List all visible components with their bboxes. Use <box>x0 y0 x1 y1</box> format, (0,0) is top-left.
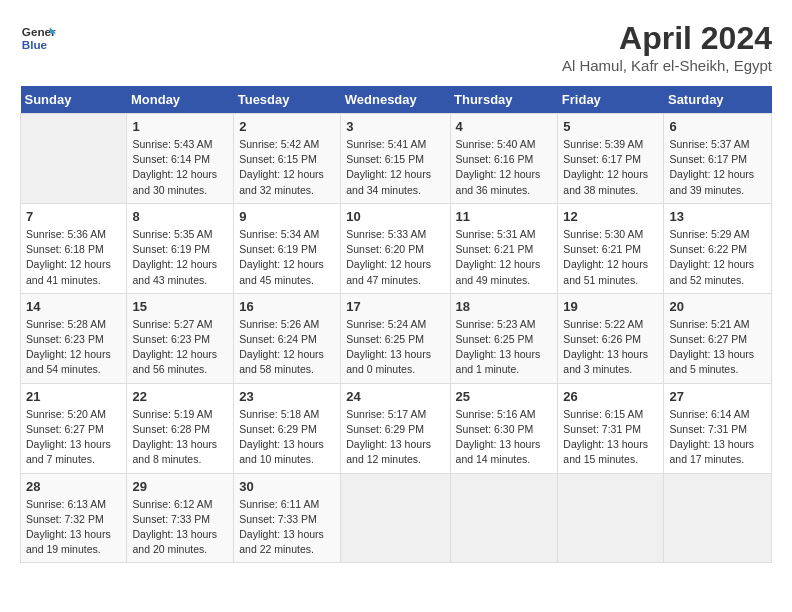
day-cell: 17Sunrise: 5:24 AMSunset: 6:25 PMDayligh… <box>341 293 450 383</box>
day-cell: 8Sunrise: 5:35 AMSunset: 6:19 PMDaylight… <box>127 203 234 293</box>
day-info: Sunrise: 5:34 AMSunset: 6:19 PMDaylight:… <box>239 227 335 288</box>
day-info: Sunrise: 5:31 AMSunset: 6:21 PMDaylight:… <box>456 227 553 288</box>
day-info: Sunrise: 5:28 AMSunset: 6:23 PMDaylight:… <box>26 317 121 378</box>
day-cell: 13Sunrise: 5:29 AMSunset: 6:22 PMDayligh… <box>664 203 772 293</box>
day-cell: 2Sunrise: 5:42 AMSunset: 6:15 PMDaylight… <box>234 114 341 204</box>
day-cell: 4Sunrise: 5:40 AMSunset: 6:16 PMDaylight… <box>450 114 558 204</box>
week-row-4: 21Sunrise: 5:20 AMSunset: 6:27 PMDayligh… <box>21 383 772 473</box>
day-info: Sunrise: 5:22 AMSunset: 6:26 PMDaylight:… <box>563 317 658 378</box>
day-number: 8 <box>132 209 228 224</box>
day-cell: 10Sunrise: 5:33 AMSunset: 6:20 PMDayligh… <box>341 203 450 293</box>
day-info: Sunrise: 5:19 AMSunset: 6:28 PMDaylight:… <box>132 407 228 468</box>
calendar-table: SundayMondayTuesdayWednesdayThursdayFrid… <box>20 86 772 563</box>
day-cell: 25Sunrise: 5:16 AMSunset: 6:30 PMDayligh… <box>450 383 558 473</box>
logo-icon: General Blue <box>20 20 56 56</box>
day-cell <box>450 473 558 563</box>
header: General Blue April 2024 Al Hamul, Kafr e… <box>20 20 772 74</box>
day-cell: 27Sunrise: 6:14 AMSunset: 7:31 PMDayligh… <box>664 383 772 473</box>
day-number: 24 <box>346 389 444 404</box>
day-number: 14 <box>26 299 121 314</box>
day-info: Sunrise: 5:16 AMSunset: 6:30 PMDaylight:… <box>456 407 553 468</box>
day-number: 15 <box>132 299 228 314</box>
day-cell: 29Sunrise: 6:12 AMSunset: 7:33 PMDayligh… <box>127 473 234 563</box>
day-number: 1 <box>132 119 228 134</box>
day-cell <box>341 473 450 563</box>
subtitle: Al Hamul, Kafr el-Sheikh, Egypt <box>562 57 772 74</box>
day-cell: 28Sunrise: 6:13 AMSunset: 7:32 PMDayligh… <box>21 473 127 563</box>
day-number: 21 <box>26 389 121 404</box>
day-info: Sunrise: 5:33 AMSunset: 6:20 PMDaylight:… <box>346 227 444 288</box>
day-number: 17 <box>346 299 444 314</box>
day-cell: 16Sunrise: 5:26 AMSunset: 6:24 PMDayligh… <box>234 293 341 383</box>
day-cell: 14Sunrise: 5:28 AMSunset: 6:23 PMDayligh… <box>21 293 127 383</box>
day-info: Sunrise: 5:26 AMSunset: 6:24 PMDaylight:… <box>239 317 335 378</box>
day-cell <box>558 473 664 563</box>
day-cell: 3Sunrise: 5:41 AMSunset: 6:15 PMDaylight… <box>341 114 450 204</box>
day-info: Sunrise: 5:17 AMSunset: 6:29 PMDaylight:… <box>346 407 444 468</box>
day-number: 10 <box>346 209 444 224</box>
day-number: 22 <box>132 389 228 404</box>
day-info: Sunrise: 6:12 AMSunset: 7:33 PMDaylight:… <box>132 497 228 558</box>
day-cell: 7Sunrise: 5:36 AMSunset: 6:18 PMDaylight… <box>21 203 127 293</box>
day-info: Sunrise: 5:37 AMSunset: 6:17 PMDaylight:… <box>669 137 766 198</box>
day-number: 7 <box>26 209 121 224</box>
day-cell: 20Sunrise: 5:21 AMSunset: 6:27 PMDayligh… <box>664 293 772 383</box>
day-cell: 5Sunrise: 5:39 AMSunset: 6:17 PMDaylight… <box>558 114 664 204</box>
col-header-wednesday: Wednesday <box>341 86 450 114</box>
day-number: 23 <box>239 389 335 404</box>
day-info: Sunrise: 5:27 AMSunset: 6:23 PMDaylight:… <box>132 317 228 378</box>
day-info: Sunrise: 5:20 AMSunset: 6:27 PMDaylight:… <box>26 407 121 468</box>
day-info: Sunrise: 5:21 AMSunset: 6:27 PMDaylight:… <box>669 317 766 378</box>
day-info: Sunrise: 6:11 AMSunset: 7:33 PMDaylight:… <box>239 497 335 558</box>
day-cell: 6Sunrise: 5:37 AMSunset: 6:17 PMDaylight… <box>664 114 772 204</box>
calendar-header-row: SundayMondayTuesdayWednesdayThursdayFrid… <box>21 86 772 114</box>
day-cell: 22Sunrise: 5:19 AMSunset: 6:28 PMDayligh… <box>127 383 234 473</box>
day-cell: 18Sunrise: 5:23 AMSunset: 6:25 PMDayligh… <box>450 293 558 383</box>
day-number: 13 <box>669 209 766 224</box>
logo: General Blue <box>20 20 56 56</box>
day-info: Sunrise: 6:15 AMSunset: 7:31 PMDaylight:… <box>563 407 658 468</box>
col-header-thursday: Thursday <box>450 86 558 114</box>
col-header-saturday: Saturday <box>664 86 772 114</box>
day-info: Sunrise: 5:35 AMSunset: 6:19 PMDaylight:… <box>132 227 228 288</box>
day-info: Sunrise: 5:43 AMSunset: 6:14 PMDaylight:… <box>132 137 228 198</box>
day-number: 3 <box>346 119 444 134</box>
day-cell: 19Sunrise: 5:22 AMSunset: 6:26 PMDayligh… <box>558 293 664 383</box>
day-number: 28 <box>26 479 121 494</box>
day-cell: 26Sunrise: 6:15 AMSunset: 7:31 PMDayligh… <box>558 383 664 473</box>
day-number: 18 <box>456 299 553 314</box>
day-cell: 12Sunrise: 5:30 AMSunset: 6:21 PMDayligh… <box>558 203 664 293</box>
day-number: 5 <box>563 119 658 134</box>
main-title: April 2024 <box>562 20 772 57</box>
day-info: Sunrise: 5:40 AMSunset: 6:16 PMDaylight:… <box>456 137 553 198</box>
svg-text:Blue: Blue <box>22 38 48 51</box>
week-row-2: 7Sunrise: 5:36 AMSunset: 6:18 PMDaylight… <box>21 203 772 293</box>
day-number: 26 <box>563 389 658 404</box>
day-cell: 11Sunrise: 5:31 AMSunset: 6:21 PMDayligh… <box>450 203 558 293</box>
day-number: 9 <box>239 209 335 224</box>
day-cell: 15Sunrise: 5:27 AMSunset: 6:23 PMDayligh… <box>127 293 234 383</box>
day-info: Sunrise: 5:23 AMSunset: 6:25 PMDaylight:… <box>456 317 553 378</box>
day-info: Sunrise: 6:14 AMSunset: 7:31 PMDaylight:… <box>669 407 766 468</box>
day-cell: 23Sunrise: 5:18 AMSunset: 6:29 PMDayligh… <box>234 383 341 473</box>
week-row-3: 14Sunrise: 5:28 AMSunset: 6:23 PMDayligh… <box>21 293 772 383</box>
day-info: Sunrise: 5:36 AMSunset: 6:18 PMDaylight:… <box>26 227 121 288</box>
day-info: Sunrise: 5:29 AMSunset: 6:22 PMDaylight:… <box>669 227 766 288</box>
day-info: Sunrise: 5:18 AMSunset: 6:29 PMDaylight:… <box>239 407 335 468</box>
day-cell: 24Sunrise: 5:17 AMSunset: 6:29 PMDayligh… <box>341 383 450 473</box>
day-number: 2 <box>239 119 335 134</box>
day-number: 20 <box>669 299 766 314</box>
day-info: Sunrise: 6:13 AMSunset: 7:32 PMDaylight:… <box>26 497 121 558</box>
day-cell: 1Sunrise: 5:43 AMSunset: 6:14 PMDaylight… <box>127 114 234 204</box>
day-info: Sunrise: 5:24 AMSunset: 6:25 PMDaylight:… <box>346 317 444 378</box>
day-number: 30 <box>239 479 335 494</box>
day-info: Sunrise: 5:42 AMSunset: 6:15 PMDaylight:… <box>239 137 335 198</box>
day-number: 6 <box>669 119 766 134</box>
week-row-1: 1Sunrise: 5:43 AMSunset: 6:14 PMDaylight… <box>21 114 772 204</box>
col-header-sunday: Sunday <box>21 86 127 114</box>
day-cell: 9Sunrise: 5:34 AMSunset: 6:19 PMDaylight… <box>234 203 341 293</box>
day-cell: 21Sunrise: 5:20 AMSunset: 6:27 PMDayligh… <box>21 383 127 473</box>
day-cell: 30Sunrise: 6:11 AMSunset: 7:33 PMDayligh… <box>234 473 341 563</box>
day-cell <box>21 114 127 204</box>
col-header-monday: Monday <box>127 86 234 114</box>
